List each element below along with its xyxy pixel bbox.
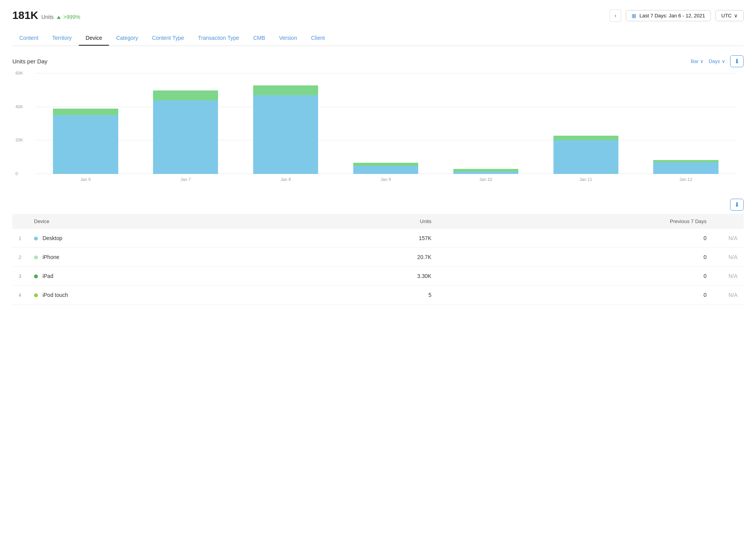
bar-green-jan11 bbox=[553, 136, 618, 140]
tab-client[interactable]: Client bbox=[304, 31, 332, 46]
device-label-desktop: Desktop bbox=[43, 235, 62, 241]
units-iphone: 20.7K bbox=[289, 248, 438, 267]
col-change-header bbox=[713, 214, 744, 229]
dot-ipad bbox=[34, 274, 38, 278]
bar-group-jan9 bbox=[336, 73, 436, 174]
bars-container bbox=[36, 73, 736, 174]
table-download-area: ⬇ bbox=[12, 199, 744, 211]
date-range-button[interactable]: ▦ Last 7 Days: Jan 6 - 12, 2021 bbox=[626, 10, 711, 21]
chart-type-label: Bar bbox=[691, 58, 698, 64]
bar-blue-jan8 bbox=[253, 95, 318, 174]
dot-desktop bbox=[34, 237, 38, 240]
tab-content[interactable]: Content bbox=[12, 31, 45, 46]
change-iphone: N/A bbox=[713, 248, 744, 267]
dot-iphone bbox=[34, 256, 38, 259]
col-rank bbox=[12, 214, 28, 229]
units-label: Units bbox=[41, 14, 54, 20]
bar-green-jan6 bbox=[53, 109, 118, 115]
trend-up-icon bbox=[57, 16, 61, 19]
tab-device[interactable]: Device bbox=[79, 31, 109, 46]
dot-ipod bbox=[34, 293, 38, 297]
tab-territory[interactable]: Territory bbox=[45, 31, 79, 46]
device-ipod: iPod touch bbox=[28, 286, 289, 305]
device-table: Device Units Previous 7 Days 1 Desktop 1… bbox=[12, 214, 744, 305]
units-count: 181K bbox=[12, 9, 38, 22]
timezone-button[interactable]: UTC ∨ bbox=[715, 10, 744, 21]
tab-category[interactable]: Category bbox=[109, 31, 145, 46]
tab-transaction-type[interactable]: Transaction Type bbox=[191, 31, 246, 46]
col-prev-header: Previous 7 Days bbox=[438, 214, 713, 229]
device-label-ipod: iPod touch bbox=[43, 292, 68, 298]
bar-group-jan7 bbox=[136, 73, 236, 174]
bar-blue-jan11 bbox=[553, 140, 618, 174]
bar-blue-jan9 bbox=[353, 166, 418, 174]
device-label-ipad: iPad bbox=[43, 273, 53, 279]
x-label-jan10: Jan 10 bbox=[436, 177, 536, 182]
y-label-40k: 40K bbox=[15, 104, 23, 109]
chart-title: Units per Day bbox=[12, 58, 48, 65]
units-desktop: 157K bbox=[289, 229, 438, 248]
table-download-icon: ⬇ bbox=[734, 201, 739, 208]
chart-controls: Bar ∨ Days ∨ ⬇ bbox=[691, 55, 744, 67]
x-label-jan8: Jan 8 bbox=[236, 177, 336, 182]
time-unit-button[interactable]: Days ∨ bbox=[708, 58, 725, 64]
col-device-header: Device bbox=[28, 214, 289, 229]
units-ipad: 3.30K bbox=[289, 267, 438, 286]
units-ipod: 5 bbox=[289, 286, 438, 305]
table-header-row: Device Units Previous 7 Days bbox=[12, 214, 744, 229]
bar-green-jan9 bbox=[353, 163, 418, 165]
bar-chart: 60K 40K 20K 0 bbox=[12, 73, 744, 189]
col-units-header: Units bbox=[289, 214, 438, 229]
table-row: 1 Desktop 157K 0 N/A bbox=[12, 229, 744, 248]
bar-jan10 bbox=[453, 169, 518, 174]
bar-jan6 bbox=[53, 109, 118, 174]
tab-content-type[interactable]: Content Type bbox=[145, 31, 191, 46]
header-controls: ‹ ▦ Last 7 Days: Jan 6 - 12, 2021 UTC ∨ bbox=[610, 9, 744, 22]
time-unit-label: Days bbox=[708, 58, 720, 64]
prev-desktop: 0 bbox=[438, 229, 713, 248]
bar-group-jan12 bbox=[636, 73, 736, 174]
bar-jan11 bbox=[553, 136, 618, 174]
chart-type-button[interactable]: Bar ∨ bbox=[691, 58, 704, 64]
chart-header: Units per Day Bar ∨ Days ∨ ⬇ bbox=[12, 55, 744, 67]
stats-header: 181K Units >999% bbox=[12, 9, 80, 22]
prev-ipad: 0 bbox=[438, 267, 713, 286]
rank-2: 2 bbox=[12, 248, 28, 267]
bar-green-jan8 bbox=[253, 85, 318, 95]
time-unit-chevron: ∨ bbox=[722, 58, 725, 64]
tab-version[interactable]: Version bbox=[272, 31, 304, 46]
x-label-jan7: Jan 7 bbox=[136, 177, 236, 182]
table-row: 3 iPad 3.30K 0 N/A bbox=[12, 267, 744, 286]
x-label-jan12: Jan 12 bbox=[636, 177, 736, 182]
table-row: 2 iPhone 20.7K 0 N/A bbox=[12, 248, 744, 267]
chart-type-chevron: ∨ bbox=[700, 58, 704, 64]
bar-blue-jan12 bbox=[653, 162, 718, 174]
units-change: >999% bbox=[57, 14, 80, 20]
bar-jan7 bbox=[153, 90, 218, 174]
bar-group-jan6 bbox=[36, 73, 136, 174]
tab-cmb[interactable]: CMB bbox=[246, 31, 272, 46]
tab-bar: Content Territory Device Category Conten… bbox=[12, 31, 744, 46]
x-label-jan9: Jan 9 bbox=[336, 177, 436, 182]
bar-group-jan8 bbox=[236, 73, 336, 174]
bar-green-jan7 bbox=[153, 90, 218, 101]
y-label-0: 0 bbox=[15, 171, 18, 176]
rank-3: 3 bbox=[12, 267, 28, 286]
table-download-button[interactable]: ⬇ bbox=[730, 199, 744, 211]
x-label-jan6: Jan 6 bbox=[36, 177, 136, 182]
calendar-icon: ▦ bbox=[632, 13, 636, 19]
bar-blue-jan6 bbox=[53, 115, 118, 174]
x-axis-labels: Jan 6 Jan 7 Jan 8 Jan 9 Jan 10 Jan 11 Ja… bbox=[12, 177, 744, 182]
device-label-iphone: iPhone bbox=[43, 254, 60, 260]
change-desktop: N/A bbox=[713, 229, 744, 248]
prev-iphone: 0 bbox=[438, 248, 713, 267]
chart-download-button[interactable]: ⬇ bbox=[730, 55, 744, 67]
bar-jan8 bbox=[253, 85, 318, 174]
device-ipad: iPad bbox=[28, 267, 289, 286]
timezone-label: UTC bbox=[721, 13, 732, 19]
bar-jan12 bbox=[653, 160, 718, 174]
prev-period-button[interactable]: ‹ bbox=[610, 9, 621, 22]
data-table-section: ⬇ Device Units Previous 7 Days 1 Desk bbox=[12, 199, 744, 305]
change-ipad: N/A bbox=[713, 267, 744, 286]
bar-blue-jan7 bbox=[153, 101, 218, 174]
